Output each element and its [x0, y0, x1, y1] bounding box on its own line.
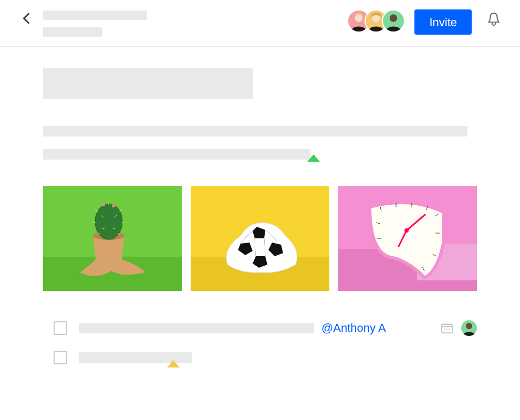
soccer-ball-image-icon [191, 186, 329, 291]
doc-subtitle-placeholder [43, 27, 102, 37]
svg-point-42 [446, 329, 448, 330]
topbar: Invite [0, 0, 520, 47]
person-icon [461, 320, 477, 336]
task-text-placeholder [79, 323, 314, 333]
assignee-avatar[interactable] [461, 320, 477, 336]
notifications-button[interactable] [485, 9, 502, 30]
svg-point-20 [112, 204, 115, 207]
calendar-icon [441, 323, 453, 333]
collaborator-cursor-green [307, 154, 320, 162]
bell-icon [487, 12, 501, 28]
gallery-tile-3[interactable] [338, 186, 477, 291]
document-body: @Anthony A [0, 47, 520, 365]
cactus-image-icon [43, 186, 182, 291]
collaborator-avatars[interactable] [347, 9, 405, 33]
title-block [43, 9, 147, 37]
image-gallery [43, 186, 477, 291]
gallery-tile-1[interactable] [43, 186, 182, 291]
clock-image-icon [338, 186, 477, 291]
invite-button[interactable]: Invite [414, 9, 472, 35]
avatar-3[interactable] [382, 9, 405, 33]
mention-link[interactable]: @Anthony A [321, 321, 386, 335]
due-date-button[interactable] [440, 322, 454, 334]
paragraph-line-2-wrap [43, 149, 310, 160]
svg-point-2 [390, 14, 398, 22]
chevron-left-icon [20, 12, 34, 25]
gallery-tile-2[interactable] [191, 186, 329, 291]
person-icon [383, 9, 404, 33]
checkbox[interactable] [54, 321, 67, 335]
svg-point-19 [102, 203, 105, 206]
paragraph-line-1 [43, 126, 467, 136]
svg-point-1 [372, 15, 380, 23]
svg-point-43 [449, 329, 450, 330]
svg-point-44 [466, 323, 472, 329]
back-button[interactable] [18, 9, 36, 27]
task-list: @Anthony A [43, 320, 477, 365]
heading-placeholder [43, 68, 253, 99]
task-row-1: @Anthony A [54, 320, 477, 336]
doc-title-placeholder [43, 10, 147, 20]
checkbox[interactable] [54, 351, 67, 364]
collaborator-cursor-yellow [167, 360, 180, 368]
svg-point-41 [444, 329, 445, 330]
paragraph-line-2 [43, 149, 310, 160]
task-row-2 [54, 350, 477, 365]
